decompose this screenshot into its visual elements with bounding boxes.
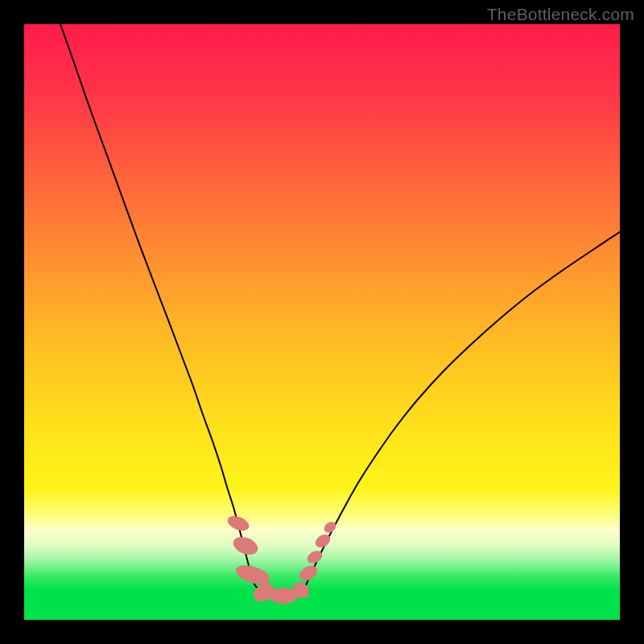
valley-marker-0 [225,513,251,533]
bottleneck-curve [60,24,620,595]
bottleneck-curve-path [60,24,620,595]
valley-markers [225,513,338,605]
watermark-text: TheBottleneck.com [487,5,634,24]
plot-area [24,24,620,620]
curve-layer [24,24,620,620]
outer-frame: TheBottleneck.com [0,0,644,644]
